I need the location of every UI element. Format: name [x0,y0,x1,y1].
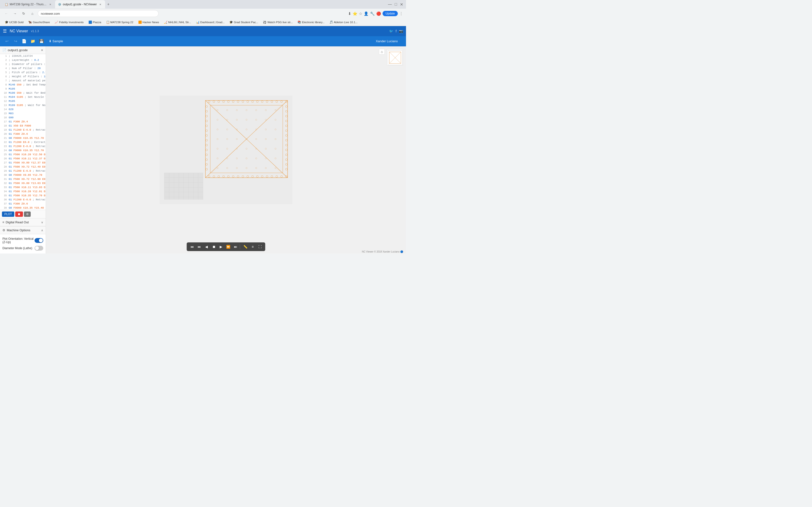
home-nav-button[interactable]: ⌂ [29,10,36,17]
line-number: 18 [1,124,7,128]
viewport[interactable]: ⌂ [46,46,406,253]
extension-icon[interactable]: 🔧 [370,11,375,16]
instagram-icon[interactable]: 📷 [399,29,403,33]
profile-icon[interactable]: 👤 [364,11,368,16]
line-number: 16 [1,116,7,120]
code-line-21: 21G0 F9000 X10.35 Y12.70 [0,136,46,140]
bookmark-fidelity-label: Fidelity Investments [59,21,84,24]
line-text: M105 [9,87,44,91]
fullscreen-button[interactable]: ⛶ [257,243,263,250]
undo-button[interactable]: ↩ [3,38,11,45]
code-line-38: 38G0 F9000 X10.35 Y15.40 [0,206,46,210]
skip-to-end-button[interactable]: ⏭ [232,243,239,250]
line-number: 26 [1,157,7,161]
code-line-23: 23G1 F1200 E-6.0 ; Retraction [0,145,46,149]
url-input[interactable]: ncviewer.com [38,10,158,17]
minimize-icon[interactable]: — [387,1,393,7]
dro-header[interactable]: ≡ Digital Read Out ∨ [0,219,46,226]
playback-controls: ⏮ ⏭ ◀ ⏹ ▶ ⏩ ⏭ 📏 ≡ ⛶ [187,242,265,251]
line-number: 9 [1,87,7,91]
line-text: G0 F9000 X10.35 Y15.40 [9,206,44,210]
plot-button[interactable]: PLOT [2,212,14,217]
hamburger-menu[interactable]: ☰ [3,29,7,34]
step-back-button[interactable]: ⏭ [196,243,203,250]
tool-list-button[interactable]: ≡ [249,243,256,250]
file-chevron: ✕ [41,49,43,52]
bookmark-nhl-icon: 🏒 [164,20,167,24]
bookmark-gauchoshare-icon: 🐂 [28,20,32,24]
maximize-icon[interactable]: □ [394,1,398,7]
tab-1[interactable]: 📋 MAT238 Spring 22 - Thursday... ✕ [2,0,55,8]
line-text: ; 220425_113724 [9,54,44,58]
play-forward-button[interactable]: ▶ [218,243,224,250]
forward-button[interactable]: → [12,10,18,17]
bookmark-nhl[interactable]: 🏒 NHL66 | NHL Str... [162,20,193,24]
code-line-4: 4; Num of Pillar : 20 [0,66,46,70]
download-icon[interactable]: ⬇ [348,11,351,16]
tab-2[interactable]: ⚙️ output1.gcode - NCViewer ✕ [55,0,105,8]
sample-button[interactable]: ⬇ Sample [46,38,65,44]
line-text: G1 F300 Z0.6 [9,202,44,206]
menu-icon[interactable]: ⋮ [399,11,403,16]
star-icon[interactable]: ☆ [359,11,362,16]
new-file-button[interactable]: 📄 [20,38,28,45]
account-icon[interactable]: 🔴 [376,11,381,16]
bookmark-gauchoshare[interactable]: 🐂 GauchoShare [27,20,52,24]
plot-controls: PLOT ⏹ ⚙ [0,210,46,218]
line-number: 28 [1,165,7,169]
machine-options-chevron: ∧ [41,229,43,232]
bookmark-dashboard[interactable]: 📊 Dashboard | Grad... [194,20,227,24]
tab-1-close[interactable]: ✕ [48,2,52,6]
line-number: 36 [1,198,7,202]
stop-playback-button[interactable]: ⏹ [210,243,217,250]
tab-1-label: MAT238 Spring 22 - Thursday... [10,3,47,6]
bookmark-electronic[interactable]: 📚 Electronic library... [296,20,326,24]
file-section-header[interactable]: 📄 output1.gcode ✕ [0,46,46,54]
play-back-button[interactable]: ◀ [203,243,210,250]
back-button[interactable]: ← [3,10,10,17]
option-diameter-mode-toggle[interactable] [35,246,43,250]
line-text: G1 F300 Z0.4 [9,120,44,124]
line-text: G0 F9000 X10.35 Y12.70 [9,149,44,153]
line-text: G1 F500 X9.89 Y13.03 E0.00716426 [9,181,46,185]
redo-button[interactable]: ↪ [12,38,19,45]
bookmark-hackernews[interactable]: 🟧 Hacker News [136,20,161,24]
file-icon: 📄 [2,48,6,52]
bookmark-fidelity[interactable]: 📈 Fidelity Investments [53,20,86,24]
update-button[interactable]: Update [383,11,398,16]
stop-button[interactable]: ⏹ [15,212,23,217]
bookmark-grad-student[interactable]: 🎓 Grad Student Pac... [227,20,260,24]
pb-extra-controls: 📏 ≡ ⛶ [242,243,263,250]
line-text: G0 F9000 X10.35 Y12.70 [9,136,44,140]
bookmark-nhl-label: NHL66 | NHL Str... [168,21,191,24]
reload-button[interactable]: ↻ [20,10,27,17]
open-file-button[interactable]: 📁 [29,38,37,45]
code-editor[interactable]: 1; 220425_1137242; LayerHeight : 0.23; D… [0,54,46,210]
skip-to-start-button[interactable]: ⏮ [189,243,196,250]
bookmark-ucsb-gold[interactable]: 🎓 UCSB Gold [3,20,26,24]
twitter-icon[interactable]: 🐦 [389,29,393,33]
tool-measure-button[interactable]: 📏 [242,243,249,250]
machine-options-header[interactable]: ⚙ Machine Options ∧ [0,226,46,234]
bookmark-add-icon[interactable]: ⭐ [353,11,357,16]
settings-button[interactable]: ⚙ [24,212,31,217]
facebook-icon[interactable]: f [396,29,397,33]
bookmark-psg[interactable]: ⚽ Watch PSG live str... [261,20,295,24]
step-forward-button[interactable]: ⏩ [225,243,232,250]
bookmark-ableton[interactable]: 🎵 Ableton Live 10.1... [327,20,359,24]
line-number: 29 [1,169,7,173]
machine-options-icon: ⚙ [2,228,5,232]
code-line-2: 2; LayerHeight : 0.2 [0,58,46,62]
bookmark-mat238[interactable]: 📋 MAT238 Spring 22 [104,20,135,24]
close-icon[interactable]: ✕ [399,1,404,8]
code-line-27: 27G1 F500 X9.89 Y12.37 E0.00716523 [0,161,46,165]
tab-2-close[interactable]: ✕ [98,2,102,6]
option-plot-orientation-toggle[interactable] [35,238,43,243]
line-text: G1 F1200 E6.0 ; Extraction [9,140,46,145]
save-file-button[interactable]: 💾 [38,38,45,45]
bookmark-ucsb-gold-icon: 🎓 [5,20,8,24]
bookmark-hackernews-label: Hacker News [143,21,159,24]
bookmark-piazza[interactable]: 🟦 Piazza [87,20,103,24]
new-tab-button[interactable]: + [105,1,112,8]
bookmark-electronic-icon: 📚 [298,20,301,24]
